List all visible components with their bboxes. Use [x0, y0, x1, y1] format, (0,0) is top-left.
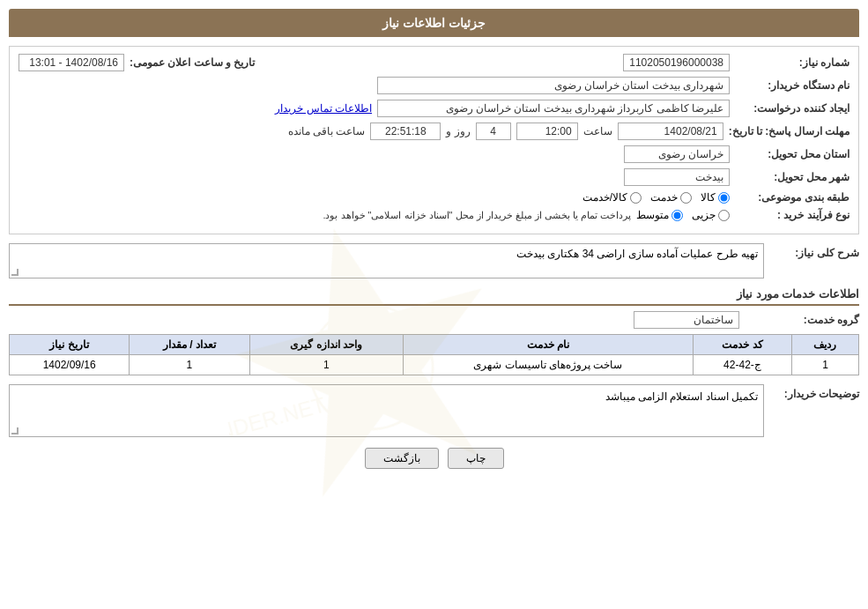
category-label: طبقه بندی موضوعی: [735, 191, 849, 204]
comments-value: تکمیل اسناد استعلام الزامی میباشد [605, 390, 758, 403]
page-wrapper: جزئیات اطلاعات نیاز شماره نیاز: 11020501… [0, 0, 868, 609]
category-kala-khadamat-radio[interactable] [630, 192, 642, 204]
requester-label: ایجاد کننده درخواست: [735, 102, 849, 115]
row-purchase-type: نوع فرآیند خرید : جزیی متوسط پرداخت تمام… [19, 209, 849, 221]
comments-box: تکمیل اسناد استعلام الزامی میباشد [9, 384, 764, 437]
row-general-desc: شرح کلی نیاز: تهیه طرح عملیات آماده سازی… [9, 243, 859, 279]
need-number-label: شماره نیاز: [735, 56, 849, 69]
buyer-value: شهرداری بیدخت استان خراسان رضوی [377, 77, 730, 94]
deadline-remaining: 22:51:18 [370, 123, 441, 140]
general-desc-label: شرح کلی نیاز: [771, 247, 859, 259]
general-desc-value: تهیه طرح عملیات آماده سازی اراضی 34 هکتا… [516, 248, 758, 260]
category-khadamat-label: خدمت [650, 191, 678, 204]
deadline-days-label: روز و [446, 125, 470, 137]
category-kala-radio[interactable] [718, 192, 730, 204]
page-header: جزئیات اطلاعات نیاز [9, 9, 859, 37]
table-cell: 1 [130, 355, 249, 375]
province-value: خراسان رضوی [624, 145, 730, 163]
purchase-motavasset: متوسط [636, 209, 683, 221]
category-khadamat-radio[interactable] [680, 192, 692, 204]
category-kala-khadamat-label: کالا/خدمت [582, 191, 627, 204]
need-number-value: 1102050196000038 [623, 54, 730, 71]
comments-label: توضیحات خریدار: [771, 388, 859, 400]
purchase-type-radio-group: جزیی متوسط [636, 209, 730, 221]
purchase-type-label: نوع فرآیند خرید : [735, 209, 849, 221]
purchase-motavasset-label: متوسط [636, 209, 669, 221]
table-cell: ج-42-42 [693, 355, 791, 375]
table-cell: 1 [249, 355, 403, 375]
category-kala-label: کالا [701, 191, 716, 204]
category-radio-group: کالا خدمت کالا/خدمت [582, 191, 730, 204]
purchase-jozi: جزیی [692, 209, 730, 221]
col-code: کد خدمت [693, 335, 791, 355]
category-kala: کالا [701, 191, 730, 204]
general-desc-box: تهیه طرح عملیات آماده سازی اراضی 34 هکتا… [9, 243, 764, 279]
table-cell: 1 [791, 355, 858, 375]
col-row: ردیف [791, 335, 858, 355]
row-comments: توضیحات خریدار: تکمیل اسناد استعلام الزا… [9, 384, 859, 437]
deadline-label: مهلت ارسال پاسخ: تا تاریخ: [729, 125, 849, 137]
city-label: شهر محل تحویل: [735, 171, 849, 183]
row-category: طبقه بندی موضوعی: کالا خدمت کالا/خدمت [19, 191, 849, 204]
purchase-jozi-label: جزیی [692, 209, 716, 221]
table-row: 1ج-42-42ساخت پروژه‌های تاسیسات شهری11140… [10, 355, 859, 375]
row-city: شهر محل تحویل: بیدخت [19, 168, 849, 186]
purchase-motavasset-radio[interactable] [671, 210, 683, 221]
col-quantity: تعداد / مقدار [130, 335, 249, 355]
row-buyer: نام دستگاه خریدار: شهرداری بیدخت استان خ… [19, 77, 849, 94]
service-group-value: ساختمان [634, 311, 739, 329]
purchase-note: پرداخت تمام یا بخشی از مبلغ خریدار از مح… [323, 210, 631, 221]
province-label: استان محل تحویل: [735, 148, 849, 160]
deadline-time: 12:00 [516, 123, 578, 140]
category-khadamat: خدمت [650, 191, 692, 204]
category-kala-khadamat: کالا/خدمت [582, 191, 642, 204]
col-unit: واحد اندازه گیری [249, 335, 403, 355]
table-cell: 1402/09/16 [10, 355, 130, 375]
page-title: جزئیات اطلاعات نیاز [382, 16, 486, 30]
main-section: شماره نیاز: 1102050196000038 تاریخ و ساع… [9, 46, 859, 234]
announce-datetime-value: 1402/08/16 - 13:01 [19, 54, 124, 71]
deadline-time-label: ساعت [583, 125, 612, 137]
comments-resize-handle[interactable] [11, 427, 19, 434]
print-button[interactable]: چاپ [448, 448, 504, 469]
resize-handle[interactable] [11, 269, 19, 276]
services-table: ردیف کد خدمت نام خدمت واحد اندازه گیری ت… [9, 334, 859, 375]
button-row: چاپ بازگشت [9, 448, 859, 469]
deadline-days: 4 [476, 123, 511, 140]
row-deadline: مهلت ارسال پاسخ: تا تاریخ: 1402/08/21 سا… [19, 123, 849, 140]
row-need-number: شماره نیاز: 1102050196000038 تاریخ و ساع… [19, 54, 849, 71]
requester-link[interactable]: اطلاعات تماس خریدار [275, 102, 372, 115]
table-cell: ساخت پروژه‌های تاسیسات شهری [404, 355, 694, 375]
deadline-date: 1402/08/21 [618, 123, 723, 140]
row-requester: ایجاد کننده درخواست: علیرضا کاظمی کاربرد… [19, 100, 849, 117]
row-province: استان محل تحویل: خراسان رضوی [19, 145, 849, 163]
col-date: تاریخ نیاز [10, 335, 130, 355]
announce-datetime-label: تاریخ و ساعت اعلان عمومی: [130, 56, 255, 69]
buyer-label: نام دستگاه خریدار: [735, 79, 849, 92]
row-service-group: گروه خدمت: ساختمان [9, 311, 859, 329]
col-name: نام خدمت [404, 335, 694, 355]
service-group-label: گروه خدمت: [745, 314, 859, 326]
city-value: بیدخت [624, 168, 730, 186]
back-button[interactable]: بازگشت [365, 448, 439, 469]
services-section-title: اطلاعات خدمات مورد نیاز [9, 287, 859, 306]
purchase-jozi-radio[interactable] [718, 210, 730, 221]
requester-value: علیرضا کاظمی کاربرداز شهرداری بیدخت استا… [377, 100, 730, 117]
deadline-remaining-label: ساعت باقی مانده [288, 125, 366, 137]
